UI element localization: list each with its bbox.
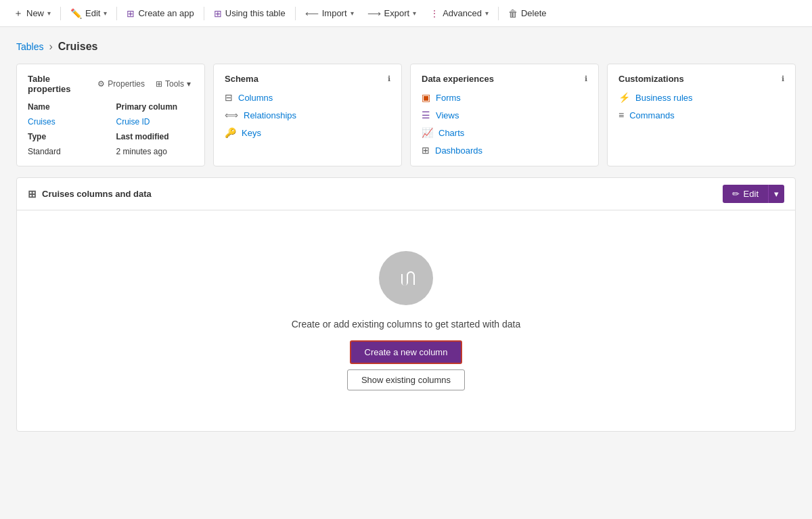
using-this-table-button[interactable]: ⊞ Using this table (208, 5, 291, 22)
paperclip-icon (392, 265, 420, 292)
cards-row: Table properties ⚙ Properties ⊞ Tools ▾ … (16, 64, 796, 166)
data-edit-chevron[interactable]: ▾ (768, 185, 784, 203)
new-button[interactable]: ＋ New ▾ (8, 5, 56, 22)
customizations-title: Customizations (618, 74, 684, 84)
keys-label: Keys (242, 128, 261, 138)
breadcrumb-separator: › (49, 41, 52, 53)
edit-icon: ✏️ (70, 8, 82, 19)
using-table-icon: ⊞ (214, 8, 222, 19)
data-experiences-title: Data experiences (422, 74, 494, 84)
divider-4 (295, 7, 296, 20)
data-section: ⊞ Cruises columns and data ✏ Edit ▾ Crea (16, 177, 796, 432)
customizations-info-icon: ℹ (782, 74, 784, 83)
properties-button[interactable]: ⚙ Properties (95, 78, 148, 90)
last-modified-value: 2 minutes ago (116, 147, 194, 156)
show-existing-columns-button[interactable]: Show existing columns (347, 369, 465, 390)
schema-links: ⊟ Columns ⟺ Relationships 🔑 Keys (225, 92, 390, 138)
advanced-label: Advanced (443, 8, 482, 18)
advanced-button[interactable]: ⋮ Advanced ▾ (424, 5, 494, 22)
schema-title: Schema (225, 74, 258, 84)
empty-state: Create or add existing columns to get st… (17, 210, 795, 431)
dashboards-icon: ⊞ (422, 145, 430, 156)
tools-button[interactable]: ⊞ Tools ▾ (153, 78, 194, 90)
dashboards-label: Dashboards (435, 145, 482, 156)
commands-icon: ≡ (618, 110, 624, 120)
dashboards-link[interactable]: ⊞ Dashboards (422, 145, 587, 156)
forms-link[interactable]: ▣ Forms (422, 92, 587, 103)
properties-label: Properties (108, 79, 145, 89)
create-app-label: Create an app (138, 8, 194, 18)
customizations-links: ⚡ Business rules ≡ Commands (618, 92, 784, 120)
toolbar: ＋ New ▾ ✏️ Edit ▾ ⊞ Create an app ⊞ Usin… (0, 0, 812, 27)
edit-button[interactable]: ✏️ Edit ▾ (65, 5, 112, 22)
edit-pencil-icon: ✏ (732, 189, 740, 199)
charts-label: Charts (438, 128, 464, 138)
create-new-column-button[interactable]: Create a new column (350, 340, 463, 364)
views-link[interactable]: ☰ Views (422, 110, 587, 120)
data-section-title: Cruises columns and data (42, 189, 152, 199)
delete-icon: 🗑 (508, 8, 518, 19)
delete-label: Delete (521, 8, 547, 18)
data-experiences-header: Data experiences ℹ (422, 74, 587, 84)
create-app-icon: ⊞ (127, 8, 135, 19)
table-properties-header: Table properties ⚙ Properties ⊞ Tools ▾ (28, 74, 194, 94)
export-button[interactable]: ⟶ Export ▾ (362, 5, 422, 22)
type-label: Type (28, 132, 106, 141)
main-content: Tables › Cruises Table properties ⚙ Prop… (0, 27, 812, 445)
edit-label: Edit (85, 8, 100, 18)
table-properties-title: Table properties (28, 74, 95, 94)
keys-link[interactable]: 🔑 Keys (225, 127, 390, 138)
divider-2 (116, 7, 117, 20)
edit-chevron-down-icon: ▾ (774, 189, 779, 199)
breadcrumb: Tables › Cruises (16, 41, 796, 53)
columns-icon: ⊟ (225, 92, 233, 103)
business-rules-icon: ⚡ (618, 92, 630, 103)
primary-column-value[interactable]: Cruise ID (116, 117, 194, 127)
columns-label: Columns (238, 93, 273, 103)
relationships-link[interactable]: ⟺ Relationships (225, 110, 390, 120)
import-button[interactable]: ⟵ Import ▾ (300, 5, 359, 22)
schema-info-icon: ℹ (388, 74, 390, 83)
forms-label: Forms (436, 93, 461, 103)
last-modified-label: Last modified (116, 132, 194, 141)
import-icon: ⟵ (305, 8, 319, 19)
tools-label: Tools (165, 79, 184, 89)
business-rules-label: Business rules (635, 93, 693, 103)
type-value: Standard (28, 147, 106, 156)
divider-1 (60, 7, 61, 20)
import-chevron-icon: ▾ (351, 9, 354, 17)
keys-icon: 🔑 (225, 127, 236, 138)
delete-button[interactable]: 🗑 Delete (503, 5, 552, 22)
table-icon: ⊞ (28, 188, 37, 200)
name-value[interactable]: Cruises (28, 117, 106, 127)
edit-button-group: ✏ Edit ▾ (723, 185, 784, 203)
views-label: Views (436, 110, 459, 120)
settings-icon: ⚙ (97, 79, 105, 89)
export-chevron-icon: ▾ (413, 9, 416, 17)
table-properties-card: Table properties ⚙ Properties ⊞ Tools ▾ … (16, 64, 205, 166)
columns-link[interactable]: ⊟ Columns (225, 92, 390, 103)
breadcrumb-parent-link[interactable]: Tables (16, 41, 43, 52)
properties-grid: Name Primary column Cruises Cruise ID Ty… (28, 102, 194, 156)
schema-header: Schema ℹ (225, 74, 390, 84)
data-edit-button[interactable]: ✏ Edit (723, 185, 768, 203)
create-app-button[interactable]: ⊞ Create an app (121, 5, 199, 22)
import-label: Import (322, 8, 347, 18)
charts-icon: 📈 (422, 127, 433, 138)
data-experiences-links: ▣ Forms ☰ Views 📈 Charts ⊞ Dashboards (422, 92, 587, 156)
breadcrumb-current: Cruises (58, 41, 98, 53)
edit-chevron-icon: ▾ (104, 9, 107, 17)
charts-link[interactable]: 📈 Charts (422, 127, 587, 138)
business-rules-link[interactable]: ⚡ Business rules (618, 92, 784, 103)
divider-5 (498, 7, 499, 20)
relationships-label: Relationships (244, 110, 296, 120)
using-this-table-label: Using this table (225, 8, 286, 18)
empty-message: Create or add existing columns to get st… (292, 319, 521, 330)
data-experiences-card: Data experiences ℹ ▣ Forms ☰ Views 📈 Cha… (410, 64, 599, 166)
schema-card: Schema ℹ ⊟ Columns ⟺ Relationships 🔑 Key… (213, 64, 402, 166)
primary-column-label: Primary column (116, 102, 194, 112)
data-section-header: ⊞ Cruises columns and data ✏ Edit ▾ (17, 178, 795, 210)
commands-link[interactable]: ≡ Commands (618, 110, 784, 120)
tools-chevron-icon: ▾ (187, 79, 191, 89)
empty-icon-circle (379, 251, 433, 305)
